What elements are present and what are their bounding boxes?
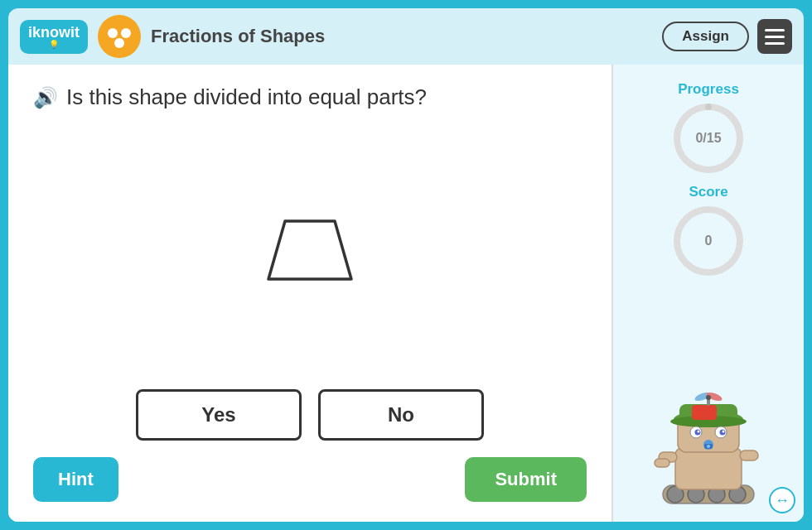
- answer-no-label: No: [388, 403, 414, 426]
- progress-value: 0/15: [695, 131, 721, 146]
- hamburger-line-1: [765, 29, 785, 31]
- lesson-icon: [98, 15, 141, 58]
- svg-point-30: [723, 431, 725, 433]
- top-right-controls: Assign: [662, 19, 792, 54]
- robot-mascot-svg: [646, 369, 771, 510]
- nav-arrow-button[interactable]: ↔: [769, 487, 795, 513]
- hamburger-line-3: [765, 42, 785, 45]
- score-label: Score: [689, 184, 727, 200]
- bottom-bar: Hint Submit: [33, 449, 587, 502]
- shape-container: [33, 127, 587, 373]
- score-gauge: 0: [671, 204, 746, 278]
- arrow-right-icon: ↔: [775, 492, 790, 509]
- hamburger-line-2: [765, 36, 785, 38]
- svg-marker-3: [268, 221, 351, 279]
- logo-tagline: 💡: [49, 40, 59, 49]
- assign-button[interactable]: Assign: [662, 22, 749, 51]
- score-value: 0: [705, 234, 713, 248]
- svg-rect-20: [692, 405, 717, 420]
- progress-section: Progress 0/15: [671, 81, 746, 176]
- question-text-row: 🔊 Is this shape divided into equal parts…: [33, 84, 587, 110]
- robot-container: [646, 287, 771, 513]
- app-frame: iknowit 💡 Fractions of Shapes Assign: [0, 0, 812, 530]
- bulb-icon: 💡: [49, 40, 59, 49]
- hint-button[interactable]: Hint: [33, 457, 118, 502]
- lesson-title: Fractions of Shapes: [151, 26, 652, 47]
- lesson-icon-svg: [104, 22, 134, 51]
- top-bar: iknowit 💡 Fractions of Shapes Assign: [8, 8, 804, 65]
- answer-buttons: Yes No: [33, 389, 587, 441]
- svg-point-33: [707, 445, 710, 448]
- sidebar: Progress 0/15 Score 0: [613, 65, 804, 522]
- svg-rect-14: [655, 459, 669, 467]
- menu-button[interactable]: [757, 19, 792, 54]
- question-area: 🔊 Is this shape divided into equal parts…: [8, 65, 613, 522]
- answer-no-button[interactable]: No: [318, 389, 484, 441]
- trapezoid-shape: [235, 209, 384, 292]
- main-content: 🔊 Is this shape divided into equal parts…: [8, 65, 804, 522]
- svg-rect-12: [675, 448, 742, 489]
- submit-button[interactable]: Submit: [465, 457, 587, 502]
- progress-label: Progress: [678, 81, 739, 98]
- progress-gauge: 0/15: [671, 101, 746, 176]
- svg-point-0: [108, 28, 118, 38]
- answer-yes-button[interactable]: Yes: [136, 389, 302, 441]
- svg-point-1: [121, 28, 131, 38]
- question-text: Is this shape divided into equal parts?: [66, 84, 427, 110]
- score-section: Score 0: [671, 184, 746, 278]
- sound-icon[interactable]: 🔊: [33, 86, 58, 109]
- svg-point-2: [114, 38, 124, 48]
- answer-yes-label: Yes: [201, 403, 235, 426]
- svg-point-29: [698, 431, 700, 433]
- logo-text: iknowit: [28, 25, 80, 40]
- svg-point-24: [706, 395, 711, 400]
- svg-rect-15: [740, 450, 758, 460]
- logo: iknowit 💡: [20, 20, 88, 54]
